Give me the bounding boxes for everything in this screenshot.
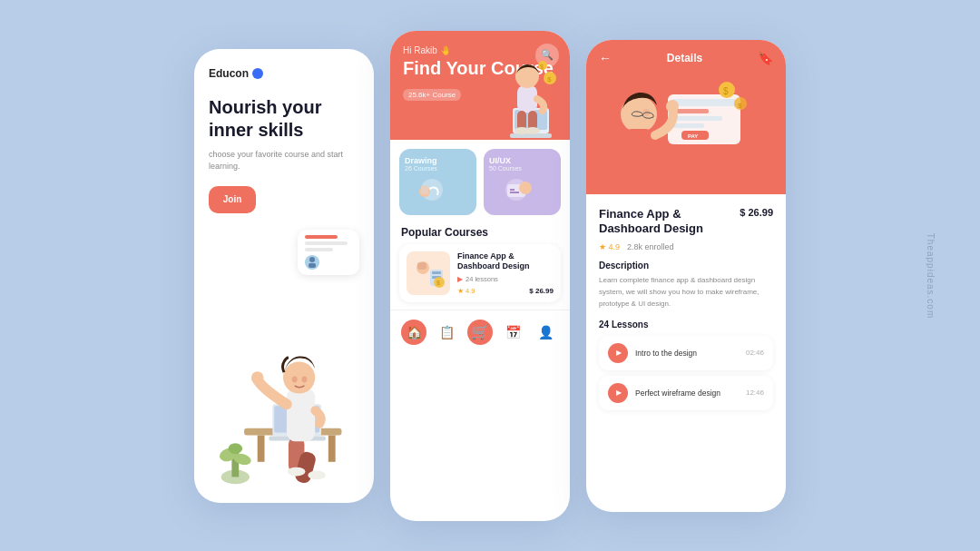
course-count-badge: 25.6k+ Course (403, 89, 461, 101)
drawing-count: 26 Courses (405, 165, 471, 172)
svg-rect-1 (309, 263, 316, 268)
svg-text:PAY: PAY (688, 133, 698, 139)
greeting: Hi Rakib 🤚 (403, 45, 557, 55)
lesson-time-1: 02:46 (746, 349, 764, 357)
back-button[interactable]: ← (599, 51, 612, 65)
svg-point-15 (288, 467, 306, 476)
svg-rect-9 (328, 435, 336, 461)
course-name: Finance App & Dashboard Design (457, 251, 554, 272)
logo-dot (252, 68, 263, 79)
illustration (209, 221, 359, 488)
svg-rect-50 (672, 99, 736, 106)
svg-text:$: $ (436, 280, 440, 286)
nav-calendar[interactable]: 📅 (500, 320, 525, 345)
svg-rect-8 (258, 435, 265, 461)
detail-enrolled: 2.8k enrolled (627, 242, 674, 251)
svg-rect-51 (672, 109, 709, 113)
join-button[interactable]: Join (209, 186, 256, 213)
svg-rect-52 (672, 116, 722, 121)
header-section: Hi Rakib 🤚 Find Your Course 25.6k+ Cours… (390, 31, 570, 140)
lesson-item-2[interactable]: ▶ Perfect wireframe design 12:46 (599, 376, 773, 410)
hero-person: $ $ (490, 58, 563, 140)
svg-point-21 (302, 376, 308, 382)
lessons-title: 24 Lessons (599, 320, 773, 330)
category-uiux[interactable]: UI/UX 50 Courses (484, 149, 561, 215)
nav-home[interactable]: 🏠 (401, 320, 426, 345)
course-detail-body: Finance App & Dashboard Design $ 26.99 ★… (586, 194, 786, 425)
floating-card (298, 230, 359, 275)
nav-shop[interactable]: 🛒 (467, 320, 493, 345)
uiux-label: UI/UX (489, 156, 555, 165)
svg-rect-37 (421, 185, 428, 194)
lesson-name-2: Perfect wireframe design (635, 389, 739, 398)
watermark: Theappideas.com (925, 232, 935, 319)
lesson-time-2: 12:46 (746, 389, 764, 397)
categories-section: Drawing 26 Courses UI/UX 50 Courses (390, 140, 570, 221)
course-lessons: ▶ 24 lessons (457, 275, 554, 283)
course-title-row: Finance App & Dashboard Design $ 26.99 (599, 207, 773, 238)
nav-bookmarks[interactable]: 📋 (435, 320, 460, 345)
svg-point-30 (525, 127, 540, 134)
course-rating: ★ 4.9 (457, 287, 475, 295)
course-detail-title: Finance App & Dashboard Design (599, 207, 732, 238)
svg-point-20 (292, 376, 298, 382)
svg-text:$: $ (738, 102, 742, 110)
svg-point-19 (283, 361, 315, 393)
logo-text: Educon (209, 67, 249, 80)
svg-point-60 (666, 100, 679, 113)
nav-profile[interactable]: 👤 (534, 320, 559, 345)
svg-point-6 (228, 443, 242, 454)
hero-section: ← Details 🔖 PAY (586, 40, 786, 194)
course-card[interactable]: $ Finance App & Dashboard Design ▶ 24 le… (399, 244, 561, 302)
subtitle: choose your favorite course and start le… (209, 149, 359, 173)
svg-text:$: $ (723, 86, 729, 96)
play-icon-2: ▶ (616, 389, 622, 397)
person-illustration (209, 271, 359, 488)
bottom-nav: 🏠 📋 🛒 📅 👤 (390, 310, 570, 352)
svg-rect-17 (287, 388, 315, 441)
description-title: Description (599, 261, 773, 271)
detail-rating: ★ 4.9 (599, 242, 620, 251)
course-thumbnail: $ (407, 251, 450, 295)
top-bar: ← Details 🔖 (586, 51, 786, 65)
svg-rect-53 (672, 123, 704, 128)
screen-detail: ← Details 🔖 PAY (586, 40, 786, 512)
lesson-item-1[interactable]: ▶ Intro to the design 02:46 (599, 336, 773, 370)
svg-rect-41 (407, 251, 450, 295)
lesson-name-1: Intro to the design (635, 349, 739, 358)
svg-rect-43 (417, 262, 426, 270)
bookmark-button[interactable]: 🔖 (758, 51, 773, 65)
svg-point-0 (309, 257, 315, 262)
play-icon-1: ▶ (616, 349, 622, 357)
svg-text:$: $ (547, 75, 552, 84)
play-button-2[interactable]: ▶ (608, 383, 628, 403)
headline: Nourish your inner skills (209, 96, 359, 142)
course-detail-price: $ 26.99 (740, 207, 773, 218)
drawing-illustration (405, 172, 459, 206)
category-drawing[interactable]: Drawing 26 Courses (399, 149, 476, 215)
screens-container: Educon Nourish your inner skills choose … (194, 31, 786, 521)
play-button-1[interactable]: ▶ (608, 343, 628, 363)
uiux-illustration (489, 172, 544, 206)
svg-rect-45 (432, 271, 441, 274)
svg-point-18 (251, 371, 264, 384)
popular-courses-title: Popular Courses (390, 221, 570, 244)
svg-point-16 (308, 470, 326, 479)
course-detail-meta: ★ 4.9 2.8k enrolled (599, 242, 773, 251)
screen-discovery: Hi Rakib 🤚 Find Your Course 25.6k+ Cours… (390, 31, 570, 521)
course-meta: ★ 4.9 $ 26.99 (457, 287, 554, 295)
uiux-count: 50 Courses (489, 165, 555, 172)
course-info: Finance App & Dashboard Design ▶ 24 less… (457, 251, 554, 295)
screen-onboarding: Educon Nourish your inner skills choose … (194, 49, 374, 503)
svg-rect-59 (622, 129, 655, 170)
detail-hero-illustration: PAY $ $ (586, 58, 786, 194)
details-title: Details (667, 52, 702, 64)
svg-text:$: $ (540, 64, 544, 70)
logo: Educon (209, 67, 359, 80)
course-price: $ 26.99 (529, 287, 554, 295)
svg-point-40 (519, 182, 532, 194)
drawing-label: Drawing (405, 156, 471, 165)
description-text: Learn complete finance app & dashboard d… (599, 275, 773, 310)
